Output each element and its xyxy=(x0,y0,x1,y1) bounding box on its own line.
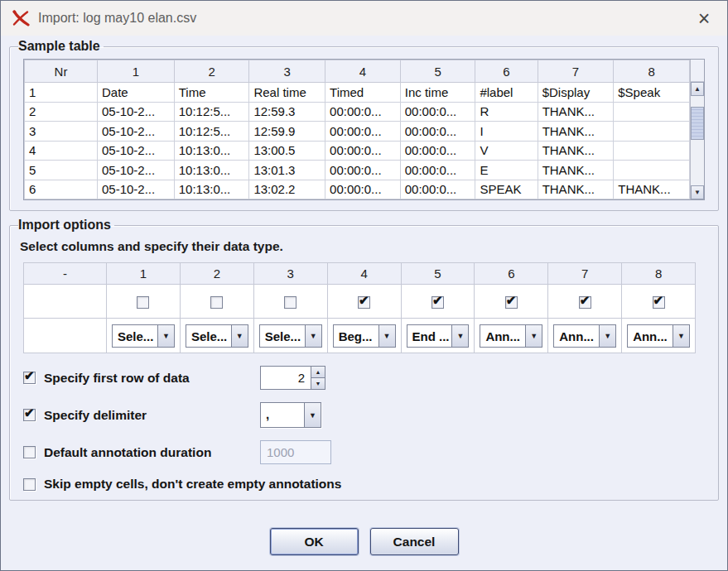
sample-table-cell[interactable]: 10:13:0... xyxy=(174,161,249,180)
sample-table-cell[interactable]: 13:00.5 xyxy=(249,141,325,161)
column-3-type-combo[interactable]: Sele...▼ xyxy=(259,324,322,348)
sample-table-cell[interactable]: 00:00:0... xyxy=(400,180,475,199)
chevron-down-icon[interactable]: ▼ xyxy=(231,325,248,347)
first-row-spinner[interactable]: 2 ▲ ▼ xyxy=(260,366,325,390)
sample-table-cell[interactable]: THANK... xyxy=(538,161,614,180)
column-5-type-combo[interactable]: End ...▼ xyxy=(407,324,470,348)
sample-table-cell[interactable] xyxy=(614,161,690,180)
sample-table-cell[interactable]: Inc time xyxy=(400,83,475,103)
sample-table-cell[interactable]: THANK... xyxy=(538,122,614,142)
column-7-checkbox[interactable]: ✔ xyxy=(579,296,591,309)
sample-table-cell[interactable]: 05-10-2... xyxy=(98,180,175,199)
skip-empty-cells-checkbox[interactable] xyxy=(23,478,36,491)
column-5-checkbox[interactable]: ✔ xyxy=(431,296,444,309)
spinner-value[interactable]: 2 xyxy=(260,366,311,390)
column-4-checkbox[interactable]: ✔ xyxy=(358,296,370,309)
sample-table-row[interactable]: 405-10-2...10:13:0...13:00.500:00:0...00… xyxy=(25,141,690,161)
sample-table-cell[interactable] xyxy=(614,102,690,122)
scroll-thumb[interactable] xyxy=(691,107,704,140)
sample-table-row[interactable]: 505-10-2...10:13:0...13:01.300:00:0...00… xyxy=(25,161,690,180)
column-6-type-combo[interactable]: Ann...▼ xyxy=(480,324,542,348)
sample-table-cell[interactable]: 05-10-2... xyxy=(98,102,175,122)
sample-table-cell[interactable]: 3 xyxy=(25,122,98,142)
chevron-down-icon[interactable]: ▼ xyxy=(525,325,542,347)
sample-table-cell[interactable]: 10:13:0... xyxy=(174,180,249,199)
sample-table-cell[interactable]: $Display xyxy=(538,83,614,103)
sample-table-cell[interactable]: 00:00:0... xyxy=(400,102,475,122)
sample-table-cell[interactable]: 10:12:5... xyxy=(174,122,249,142)
column-8-type-combo[interactable]: Ann...▼ xyxy=(627,324,690,348)
sample-table-row[interactable]: 605-10-2...10:13:0...13:02.200:00:0...00… xyxy=(25,180,690,199)
sample-table-cell[interactable]: 00:00:0... xyxy=(325,102,401,122)
sample-table-cell[interactable]: E xyxy=(475,161,538,180)
sample-table-cell[interactable]: 00:00:0... xyxy=(325,180,401,199)
sample-table-cell[interactable]: $Speak xyxy=(614,83,690,103)
sample-table-cell[interactable]: SPEAK xyxy=(475,180,538,199)
sample-table-cell[interactable]: 00:00:0... xyxy=(400,161,475,180)
vertical-scrollbar[interactable]: ▲ ▼ xyxy=(690,60,704,199)
specify-first-row-checkbox[interactable]: ✔ xyxy=(23,372,36,384)
specify-delimiter-checkbox[interactable]: ✔ xyxy=(23,409,36,421)
sample-table-row[interactable]: 305-10-2...10:12:5...12:59.900:00:0...00… xyxy=(25,122,690,142)
sample-table-cell[interactable]: Time xyxy=(174,83,249,103)
column-2-type-combo[interactable]: Sele...▼ xyxy=(186,324,248,348)
sample-table-cell[interactable]: Real time xyxy=(249,83,325,103)
sample-table-cell[interactable]: 00:00:0... xyxy=(400,122,475,142)
close-icon[interactable]: × xyxy=(689,3,719,33)
column-1-type-combo[interactable]: Sele...▼ xyxy=(112,324,175,348)
sample-table-cell[interactable]: 05-10-2... xyxy=(98,122,175,142)
sample-table-cell[interactable]: 5 xyxy=(25,161,98,180)
column-4-type-combo[interactable]: Beg...▼ xyxy=(333,324,396,348)
ok-button[interactable]: OK xyxy=(270,528,359,555)
sample-table-cell[interactable]: 13:02.2 xyxy=(249,180,325,199)
sample-table-cell[interactable]: I xyxy=(475,122,538,142)
column-3-checkbox[interactable] xyxy=(284,296,297,309)
cancel-button[interactable]: Cancel xyxy=(370,528,459,555)
delimiter-combo[interactable]: , ▼ xyxy=(260,402,321,428)
sample-table-row[interactable]: 1DateTimeReal timeTimedInc time#label$Di… xyxy=(25,83,690,103)
sample-table-cell[interactable]: THANK... xyxy=(538,102,614,122)
sample-table-cell[interactable]: 10:13:0... xyxy=(174,141,249,161)
sample-table-cell[interactable]: 2 xyxy=(25,102,98,122)
sample-table-cell[interactable]: Timed xyxy=(325,83,401,103)
sample-table-cell[interactable]: 12:59.9 xyxy=(249,122,325,142)
sample-table-cell[interactable]: THANK... xyxy=(538,180,614,199)
chevron-down-icon[interactable]: ▼ xyxy=(451,325,468,347)
sample-table-cell[interactable]: 00:00:0... xyxy=(400,141,475,161)
sample-table-row[interactable]: 205-10-2...10:12:5...12:59.300:00:0...00… xyxy=(25,102,690,122)
default-duration-checkbox[interactable] xyxy=(23,446,36,458)
scroll-down-button[interactable]: ▼ xyxy=(691,185,704,199)
scroll-track[interactable] xyxy=(691,96,704,185)
column-1-checkbox[interactable] xyxy=(137,296,149,309)
column-8-checkbox[interactable]: ✔ xyxy=(653,296,665,309)
spinner-up-icon[interactable]: ▲ xyxy=(311,366,325,378)
sample-table-cell[interactable]: 4 xyxy=(25,141,98,161)
sample-table-cell[interactable]: 05-10-2... xyxy=(98,161,175,180)
chevron-down-icon[interactable]: ▼ xyxy=(378,325,395,347)
sample-table-cell[interactable]: R xyxy=(475,102,538,122)
sample-table-cell[interactable] xyxy=(614,122,690,142)
sample-table-cell[interactable] xyxy=(614,141,690,161)
sample-table-cell[interactable]: 12:59.3 xyxy=(249,102,325,122)
sample-table-cell[interactable]: 05-10-2... xyxy=(98,141,175,161)
title-bar[interactable]: Import: log may10 elan.csv × xyxy=(1,1,727,36)
sample-table-cell[interactable]: 6 xyxy=(25,180,98,199)
sample-table-cell[interactable]: 1 xyxy=(25,83,98,103)
column-7-type-combo[interactable]: Ann...▼ xyxy=(553,324,616,348)
sample-table-cell[interactable]: Date xyxy=(98,83,175,103)
sample-table-cell[interactable]: #label xyxy=(475,83,538,103)
scroll-up-button[interactable]: ▲ xyxy=(691,82,704,96)
sample-table-cell[interactable]: THANK... xyxy=(538,141,614,161)
sample-table-cell[interactable]: 00:00:0... xyxy=(325,161,401,180)
sample-table-cell[interactable]: 00:00:0... xyxy=(325,122,401,142)
sample-table-cell[interactable]: V xyxy=(475,141,538,161)
chevron-down-icon[interactable]: ▼ xyxy=(157,325,174,347)
sample-table-cell[interactable]: 13:01.3 xyxy=(249,161,325,180)
chevron-down-icon[interactable]: ▼ xyxy=(599,325,615,347)
chevron-down-icon[interactable]: ▼ xyxy=(673,325,689,347)
sample-table-cell[interactable]: 00:00:0... xyxy=(325,141,401,161)
sample-table-cell[interactable]: 10:12:5... xyxy=(174,102,249,122)
column-6-checkbox[interactable]: ✔ xyxy=(505,296,518,309)
column-2-checkbox[interactable] xyxy=(210,296,223,309)
chevron-down-icon[interactable]: ▼ xyxy=(304,403,321,427)
